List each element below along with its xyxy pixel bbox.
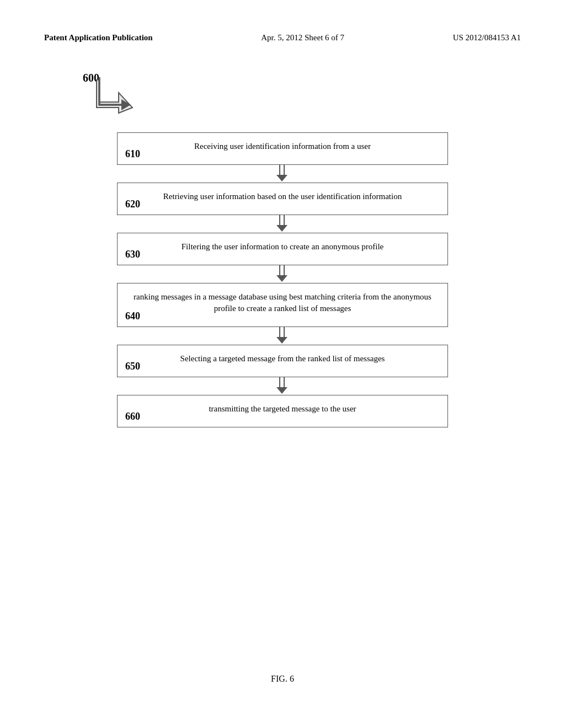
arrow-down-1 bbox=[274, 165, 291, 183]
start-shape: 600 bbox=[88, 72, 143, 121]
publication-label: Patent Application Publication bbox=[44, 33, 153, 42]
date-sheet-label: Apr. 5, 2012 Sheet 6 of 7 bbox=[261, 33, 344, 42]
svg-marker-3 bbox=[276, 175, 287, 181]
flow-box-660: transmitting the targeted message to the… bbox=[117, 395, 448, 427]
box-630-label: 630 bbox=[125, 248, 140, 261]
box-640-text: ranking messages in a message database u… bbox=[129, 291, 436, 319]
arrow-icon-5 bbox=[274, 377, 291, 395]
figure-caption: FIG. 6 bbox=[0, 674, 565, 684]
flow-box-630: Filtering the user information to create… bbox=[117, 233, 448, 265]
arrow-down-3 bbox=[274, 265, 291, 283]
box-640-label: 640 bbox=[125, 309, 140, 323]
flow-box-650: Selecting a targeted message from the ra… bbox=[117, 345, 448, 377]
box-630-text: Filtering the user information to create… bbox=[129, 241, 436, 257]
arrow-down-2 bbox=[274, 215, 291, 233]
box-660-label: 660 bbox=[125, 410, 140, 424]
svg-marker-12 bbox=[276, 337, 287, 344]
patent-number-label: US 2012/084153 A1 bbox=[453, 33, 521, 42]
flow-box-620: Retrieving user information based on the… bbox=[117, 183, 448, 215]
page-header: Patent Application Publication Apr. 5, 2… bbox=[0, 33, 565, 42]
arrow-down-4 bbox=[274, 327, 291, 345]
arrow-icon-4 bbox=[274, 327, 291, 345]
box-610-text: Receiving user identification informatio… bbox=[129, 141, 436, 157]
arrow-icon-2 bbox=[274, 215, 291, 233]
box-620-text: Retrieving user information based on the… bbox=[129, 191, 436, 207]
arrow-icon-3 bbox=[274, 265, 291, 283]
box-610-label: 610 bbox=[125, 147, 140, 161]
box-660-text: transmitting the targeted message to the… bbox=[129, 403, 436, 419]
svg-marker-6 bbox=[276, 225, 287, 232]
flow-container: Receiving user identification informatio… bbox=[44, 132, 521, 427]
flow-box-640: ranking messages in a message database u… bbox=[117, 283, 448, 327]
svg-marker-15 bbox=[276, 387, 287, 394]
arrow-down-5 bbox=[274, 377, 291, 395]
box-650-label: 650 bbox=[125, 360, 140, 373]
svg-marker-9 bbox=[276, 275, 287, 282]
box-650-text: Selecting a targeted message from the ra… bbox=[129, 353, 436, 369]
box-620-label: 620 bbox=[125, 197, 140, 211]
flow-start-icon bbox=[91, 74, 141, 119]
diagram-area: 600 Receiving user identification inform… bbox=[44, 72, 521, 427]
flow-box-610: Receiving user identification informatio… bbox=[117, 132, 448, 165]
svg-marker-0 bbox=[121, 99, 131, 110]
arrow-icon-1 bbox=[274, 165, 291, 183]
